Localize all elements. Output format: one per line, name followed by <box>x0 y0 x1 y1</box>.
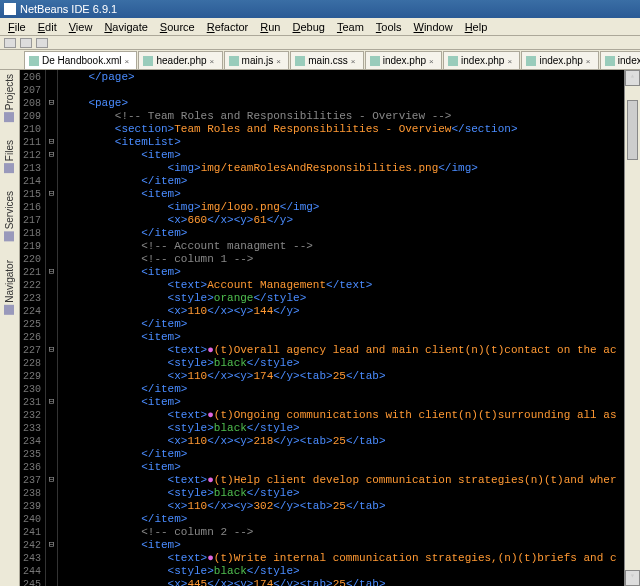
menu-help[interactable]: Help <box>459 21 494 33</box>
fold-marker[interactable] <box>46 461 57 474</box>
tab-label: main.js <box>242 55 274 66</box>
toolbar-button[interactable] <box>36 38 48 48</box>
fold-marker[interactable] <box>46 175 57 188</box>
close-icon[interactable]: × <box>276 57 284 65</box>
fold-marker[interactable] <box>46 253 57 266</box>
code-area[interactable]: </page> <page> <!-- Team Roles and Respo… <box>58 70 640 586</box>
fold-marker[interactable] <box>46 370 57 383</box>
sidebar-services[interactable]: Services <box>4 191 15 241</box>
fold-marker[interactable] <box>46 487 57 500</box>
close-icon[interactable]: × <box>124 57 132 65</box>
scroll-thumb[interactable] <box>627 100 638 160</box>
close-icon[interactable]: × <box>351 57 359 65</box>
fold-marker[interactable]: ⊟ <box>46 97 57 110</box>
fold-marker[interactable] <box>46 500 57 513</box>
fold-column[interactable]: ⊟⊟⊟⊟⊟⊟⊟⊟⊟ <box>46 70 58 586</box>
toolbar-button[interactable] <box>4 38 16 48</box>
toolbar-button[interactable] <box>20 38 32 48</box>
fold-marker[interactable] <box>46 201 57 214</box>
fold-marker[interactable]: ⊟ <box>46 539 57 552</box>
fold-marker[interactable]: ⊟ <box>46 188 57 201</box>
fold-marker[interactable] <box>46 110 57 123</box>
file-icon <box>29 56 39 66</box>
app-icon <box>4 3 16 15</box>
fold-marker[interactable] <box>46 565 57 578</box>
menu-bar: FileEditViewNavigateSourceRefactorRunDeb… <box>0 18 640 36</box>
sidebar-files[interactable]: Files <box>4 140 15 173</box>
menu-team[interactable]: Team <box>331 21 370 33</box>
tab-label: index.php <box>383 55 426 66</box>
fold-marker[interactable] <box>46 162 57 175</box>
fold-marker[interactable] <box>46 71 57 84</box>
menu-window[interactable]: Window <box>408 21 459 33</box>
file-icon <box>370 56 380 66</box>
tab-main-js[interactable]: main.js× <box>224 51 290 69</box>
tab-label: index.php <box>461 55 504 66</box>
fold-marker[interactable]: ⊟ <box>46 396 57 409</box>
file-icon <box>448 56 458 66</box>
fold-marker[interactable] <box>46 552 57 565</box>
file-icon <box>526 56 536 66</box>
fold-marker[interactable] <box>46 578 57 586</box>
fold-marker[interactable] <box>46 409 57 422</box>
menu-tools[interactable]: Tools <box>370 21 408 33</box>
tab-label: index.php <box>539 55 582 66</box>
fold-marker[interactable]: ⊟ <box>46 149 57 162</box>
fold-marker[interactable] <box>46 227 57 240</box>
code-editor[interactable]: 2062072082092102112122132142152162172182… <box>20 70 640 586</box>
sidebar-navigator[interactable]: Navigator <box>4 260 15 315</box>
window-title: NetBeans IDE 6.9.1 <box>20 3 117 15</box>
scroll-down-arrow[interactable]: ▾ <box>625 570 640 586</box>
close-icon[interactable]: × <box>507 57 515 65</box>
fold-marker[interactable] <box>46 318 57 331</box>
menu-view[interactable]: View <box>63 21 99 33</box>
fold-marker[interactable] <box>46 279 57 292</box>
fold-marker[interactable] <box>46 292 57 305</box>
menu-run[interactable]: Run <box>254 21 286 33</box>
fold-marker[interactable] <box>46 240 57 253</box>
fold-marker[interactable] <box>46 214 57 227</box>
fold-marker[interactable] <box>46 448 57 461</box>
fold-marker[interactable]: ⊟ <box>46 344 57 357</box>
sidebar-projects[interactable]: Projects <box>4 74 15 122</box>
menu-source[interactable]: Source <box>154 21 201 33</box>
sidebar-icon <box>5 232 15 242</box>
editor-tabs: De Handbook.xml×header.php×main.js×main.… <box>0 50 640 70</box>
fold-marker[interactable] <box>46 84 57 97</box>
window-titlebar: NetBeans IDE 6.9.1 <box>0 0 640 18</box>
fold-marker[interactable] <box>46 357 57 370</box>
close-icon[interactable]: × <box>210 57 218 65</box>
file-icon <box>295 56 305 66</box>
tab-main-css[interactable]: main.css× <box>290 51 363 69</box>
fold-marker[interactable] <box>46 513 57 526</box>
fold-marker[interactable] <box>46 383 57 396</box>
toolbar <box>0 36 640 50</box>
menu-refactor[interactable]: Refactor <box>201 21 255 33</box>
menu-debug[interactable]: Debug <box>286 21 330 33</box>
tab-index-php[interactable]: index.php× <box>365 51 442 69</box>
vertical-scrollbar[interactable]: ▴ ▾ <box>624 70 640 586</box>
fold-marker[interactable]: ⊟ <box>46 474 57 487</box>
scroll-up-arrow[interactable]: ▴ <box>625 70 640 86</box>
fold-marker[interactable] <box>46 305 57 318</box>
tab-index-php[interactable]: index.php× <box>443 51 520 69</box>
menu-navigate[interactable]: Navigate <box>98 21 153 33</box>
fold-marker[interactable] <box>46 435 57 448</box>
tab-label: index.php <box>618 55 640 66</box>
file-icon <box>143 56 153 66</box>
menu-edit[interactable]: Edit <box>32 21 63 33</box>
tab-index-php[interactable]: index.php× <box>521 51 598 69</box>
fold-marker[interactable] <box>46 331 57 344</box>
close-icon[interactable]: × <box>429 57 437 65</box>
sidebar-icon <box>5 304 15 314</box>
fold-marker[interactable]: ⊟ <box>46 136 57 149</box>
close-icon[interactable]: × <box>586 57 594 65</box>
menu-file[interactable]: File <box>2 21 32 33</box>
fold-marker[interactable] <box>46 123 57 136</box>
fold-marker[interactable] <box>46 526 57 539</box>
tab-de-handbook-xml[interactable]: De Handbook.xml× <box>24 51 137 69</box>
tab-index-php[interactable]: index.php× <box>600 51 640 69</box>
fold-marker[interactable]: ⊟ <box>46 266 57 279</box>
fold-marker[interactable] <box>46 422 57 435</box>
tab-header-php[interactable]: header.php× <box>138 51 222 69</box>
